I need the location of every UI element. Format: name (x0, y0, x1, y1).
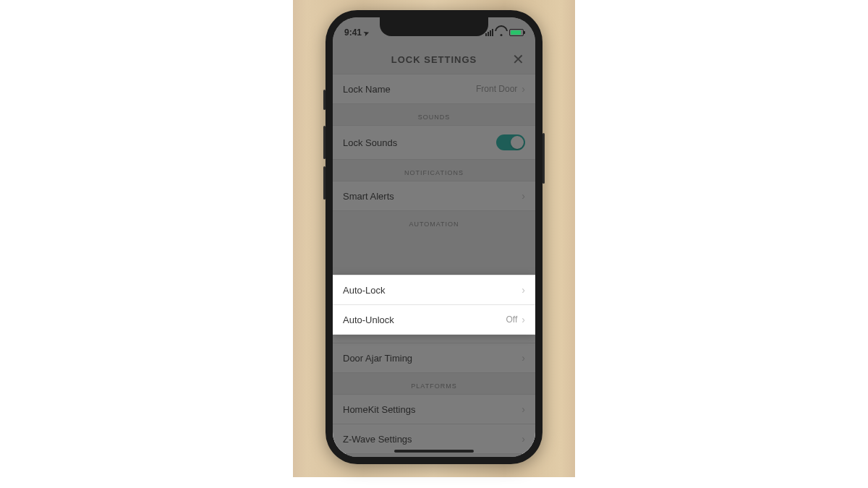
chevron-right-icon: › (522, 83, 525, 95)
section-notifications: NOTIFICATIONS (333, 159, 535, 181)
home-indicator[interactable] (394, 450, 474, 453)
row-label: Lock Name (343, 84, 391, 95)
row-lock-sounds[interactable]: Lock Sounds (333, 125, 535, 160)
section-automation: AUTOMATION (333, 210, 535, 232)
notch (380, 17, 488, 36)
chevron-right-icon: › (522, 433, 525, 445)
section-platforms: PLATFORMS (333, 372, 535, 394)
row-auto-unlock[interactable]: Auto-Unlock Off › (333, 304, 535, 335)
status-time: 9:41 (344, 27, 362, 38)
row-label: Z-Wave Settings (343, 434, 412, 445)
volume-down-button (323, 166, 326, 200)
chevron-right-icon: › (522, 352, 525, 364)
toggle-on[interactable] (496, 134, 525, 150)
wifi-icon (496, 29, 506, 36)
row-label: Door Ajar Timing (343, 353, 412, 364)
mute-switch (323, 90, 326, 110)
row-label: Smart Alerts (343, 191, 394, 202)
row-label: HomeKit Settings (343, 404, 415, 415)
app-content: LOCK SETTINGS ✕ Lock Name Front Door › S… (333, 17, 535, 457)
chevron-right-icon: › (522, 284, 525, 296)
page-title: LOCK SETTINGS (391, 54, 477, 65)
battery-icon (509, 29, 524, 36)
row-label: Auto-Unlock (343, 314, 394, 325)
row-door-ajar[interactable]: Door Ajar Timing › (333, 343, 535, 373)
close-icon[interactable]: ✕ (512, 51, 525, 68)
row-lock-name[interactable]: Lock Name Front Door › (333, 74, 535, 104)
row-value: Front Door (476, 84, 517, 94)
highlighted-automation-group: Auto-Lock › Auto-Unlock Off › (333, 275, 535, 334)
phone-frame: 9:41 LOCK SETTINGS ✕ Lock Name Front Doo… (326, 10, 542, 464)
row-auto-lock[interactable]: Auto-Lock › (333, 275, 535, 305)
section-sounds: SOUNDS (333, 103, 535, 125)
phone-screen: 9:41 LOCK SETTINGS ✕ Lock Name Front Doo… (333, 17, 535, 457)
row-label: Auto-Lock (343, 285, 386, 296)
app-header: LOCK SETTINGS ✕ (333, 45, 535, 74)
side-button (542, 133, 545, 184)
chevron-right-icon: › (522, 403, 525, 415)
chevron-right-icon: › (522, 190, 525, 202)
row-smart-alerts[interactable]: Smart Alerts › (333, 181, 535, 211)
volume-up-button (323, 126, 326, 159)
row-label: Lock Sounds (343, 137, 397, 148)
row-value: Off (506, 314, 518, 325)
row-homekit[interactable]: HomeKit Settings › (333, 394, 535, 424)
location-icon (364, 27, 370, 38)
settings-list: Lock Name Front Door › SOUNDS Lock Sound… (333, 74, 535, 454)
chevron-right-icon: › (522, 314, 525, 325)
